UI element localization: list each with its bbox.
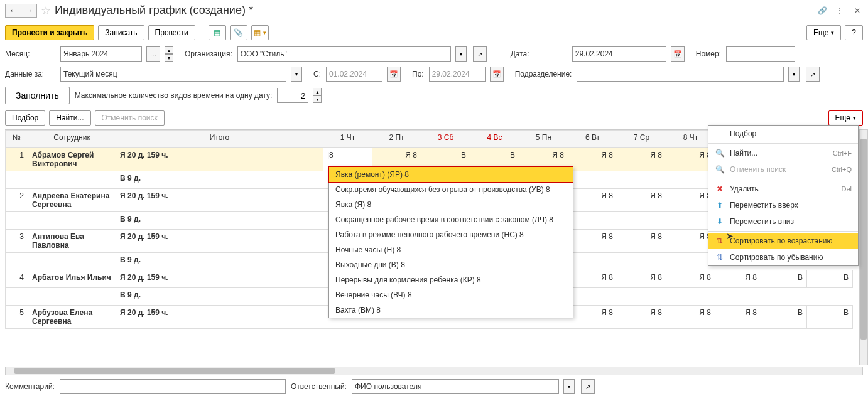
fill-button[interactable]: Заполнить [5, 87, 70, 104]
dropdown-item[interactable]: Вечерние часы (ВЧ) 8 [329, 287, 573, 302]
cell-d9[interactable]: Я 8 [715, 270, 761, 288]
cell-d6[interactable] [568, 288, 617, 306]
cell-d8[interactable] [666, 288, 715, 306]
post-button[interactable]: Провести [148, 25, 195, 40]
po-input[interactable]: 29.02.2024 [429, 67, 486, 82]
dropdown-item[interactable]: Сокращенное рабочее время в соответствии… [329, 212, 573, 227]
table-more-button[interactable]: Еще [828, 110, 863, 126]
data-za-input[interactable]: Текущий месяц [60, 67, 286, 82]
cell-num[interactable]: 4 [6, 270, 28, 288]
cell-emp[interactable]: Андреева Екатерина Сергеевна [28, 189, 116, 212]
ctx-podbor[interactable]: Подбор [708, 126, 858, 142]
dropdown-item[interactable]: Явка (ремонт) (ЯР) 8 [328, 166, 573, 183]
org-input[interactable]: ООО "Стиль" [237, 46, 451, 62]
cell-emp[interactable]: Арбузова Елена Сергеевна [28, 306, 116, 329]
cell-d10[interactable]: В [761, 270, 807, 288]
cell-d6[interactable]: Я 8 [568, 270, 617, 288]
col-d2[interactable]: 2 Пт [372, 131, 421, 148]
cell-emp[interactable] [28, 253, 116, 270]
cell-d6[interactable]: Я 8 [568, 306, 617, 329]
podr-dropdown-button[interactable]: ▾ [788, 67, 800, 82]
data-za-dropdown-button[interactable]: ▾ [291, 67, 302, 82]
podr-open-button[interactable]: ↗ [806, 67, 820, 82]
cell-d9[interactable]: Я 8 [715, 306, 761, 329]
max-spin[interactable]: ▲▼ [313, 88, 322, 103]
h-scrollbar[interactable] [5, 367, 863, 375]
cell-total[interactable]: Я 20 д. 159 ч. [116, 230, 323, 253]
col-d5[interactable]: 5 Пн [519, 131, 568, 148]
cell-num[interactable] [6, 253, 28, 270]
report-icon-button[interactable]: ▤ [209, 25, 226, 40]
link-icon[interactable]: 🔗 [816, 5, 828, 16]
cell-num[interactable]: 5 [6, 306, 28, 329]
cancel-find-button[interactable]: Отменить поиск [95, 110, 165, 126]
cell-emp[interactable]: Арбатов Илья Ильич [28, 270, 116, 288]
kebab-menu-icon[interactable]: ⋮ [834, 5, 845, 16]
po-calendar-button[interactable]: 📅 [490, 67, 504, 82]
dropdown-item[interactable]: Перерывы для кормления ребенка (КР) 8 [329, 272, 573, 287]
context-menu[interactable]: Подбор 🔍Найти...Ctrl+F 🔍Отменить поискCt… [708, 125, 859, 266]
cell-d7[interactable]: Я 8 [617, 189, 666, 212]
nav-back-button[interactable]: ← [5, 4, 21, 18]
create-from-button[interactable]: ▦ [251, 25, 269, 40]
cell-num[interactable] [6, 288, 28, 306]
cell-d6[interactable]: Я 8 [568, 189, 617, 212]
nomer-input[interactable] [726, 46, 795, 62]
cell-d8[interactable]: Я 8 [666, 306, 715, 329]
cell-num[interactable] [6, 171, 28, 189]
dropdown-item[interactable]: Вахта (ВМ) 8 [329, 302, 573, 318]
cell-d7[interactable] [617, 212, 666, 230]
attach-icon-button[interactable]: 📎 [230, 25, 247, 40]
col-d1[interactable]: 1 Чт [323, 131, 372, 148]
more-button[interactable]: Еще [806, 25, 841, 40]
month-spin[interactable]: ▲▼ [165, 46, 173, 62]
find-button[interactable]: Найти... [49, 110, 90, 126]
cell-d11[interactable]: В [807, 306, 853, 329]
dropdown-item[interactable]: Явка (Я) 8 [329, 197, 573, 212]
s-input[interactable]: 01.02.2024 [326, 67, 382, 82]
ctx-sort-desc[interactable]: ⇅Сортировать по убыванию [708, 249, 858, 265]
col-d7[interactable]: 7 Ср [617, 131, 666, 148]
cell-d6[interactable] [568, 171, 617, 189]
cell-d7[interactable] [617, 288, 666, 306]
cell-emp[interactable]: Абрамов Сергей Викторович [28, 148, 116, 171]
cell-num[interactable]: 2 [6, 189, 28, 212]
resp-input[interactable]: ФИО пользователя [352, 379, 559, 394]
cell-total[interactable]: В 9 д. [116, 288, 323, 306]
v-scrollbar[interactable] [859, 129, 868, 365]
date-input[interactable]: 29.02.2024 [572, 46, 666, 62]
col-emp[interactable]: Сотрудник [28, 131, 116, 148]
time-type-dropdown[interactable]: Явка (ремонт) (ЯР) 8 Сокр.время обучающи… [328, 166, 573, 318]
nav-forward-button[interactable]: → [21, 4, 37, 18]
podr-input[interactable] [577, 67, 784, 82]
ctx-move-up[interactable]: ⬆Переместить вверх [708, 197, 858, 213]
cell-d6[interactable]: Я 8 [568, 230, 617, 253]
podbor-button[interactable]: Подбор [5, 110, 45, 126]
date-calendar-button[interactable]: 📅 [671, 46, 685, 62]
ctx-move-down[interactable]: ⬇Переместить вниз [708, 213, 858, 230]
org-open-button[interactable]: ↗ [473, 46, 487, 62]
cell-d10[interactable]: В [761, 306, 807, 329]
cell-d6[interactable]: Я 8 [568, 148, 617, 171]
ctx-delete[interactable]: ✖УдалитьDel [708, 181, 858, 197]
col-d3[interactable]: 3 Сб [421, 131, 470, 148]
cell-d7[interactable]: Я 8 [617, 230, 666, 253]
cell-d6[interactable] [568, 253, 617, 270]
month-ellipsis-button[interactable]: … [146, 46, 160, 62]
cell-d6[interactable] [568, 212, 617, 230]
ctx-find[interactable]: 🔍Найти...Ctrl+F [708, 145, 858, 161]
cell-d11[interactable]: В [807, 270, 853, 288]
help-button[interactable]: ? [845, 25, 863, 40]
cell-d7[interactable]: Я 8 [617, 306, 666, 329]
favorite-star-icon[interactable]: ☆ [41, 4, 51, 18]
cell-num[interactable]: 3 [6, 230, 28, 253]
dropdown-item[interactable]: Ночные часы (Н) 8 [329, 242, 573, 257]
ctx-sort-asc[interactable]: ⇅Сортировать по возрастанию [708, 233, 858, 249]
cell-d7[interactable]: Я 8 [617, 270, 666, 288]
dropdown-item[interactable]: Работа в режиме неполного рабочего време… [329, 227, 573, 242]
col-d6[interactable]: 6 Вт [568, 131, 617, 148]
cell-total[interactable]: Я 20 д. 159 ч. [116, 148, 323, 171]
write-button[interactable]: Записать [98, 25, 144, 40]
s-calendar-button[interactable]: 📅 [387, 67, 401, 82]
resp-open-button[interactable]: ↗ [581, 379, 595, 394]
